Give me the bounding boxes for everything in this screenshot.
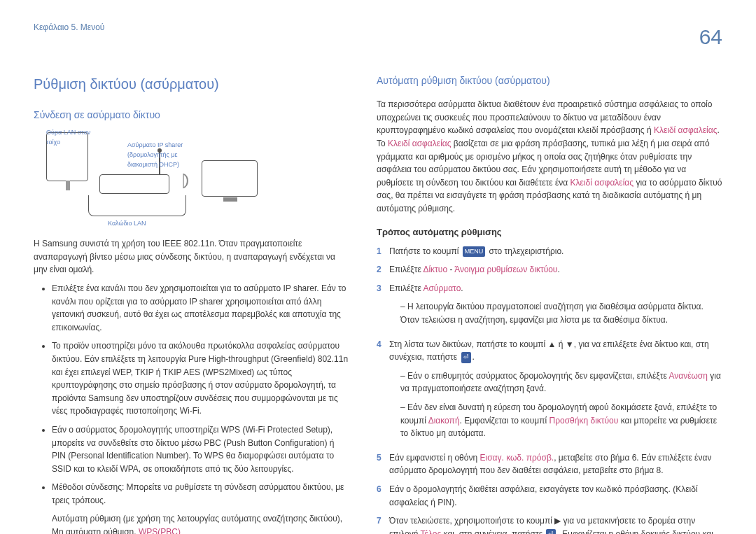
auto-setup-heading: Αυτόματη ρύθμιση δικτύου (ασύρματου)	[377, 73, 722, 89]
intro-paragraph: Η Samsung συνιστά τη χρήση του IEEE 802.…	[34, 237, 349, 276]
steps-list: 1 Πατήστε το κουμπί MENU στο τηλεχειριστ…	[377, 245, 722, 534]
step-1: 1 Πατήστε το κουμπί MENU στο τηλεχειριστ…	[377, 245, 722, 258]
page-number: 64	[699, 21, 722, 54]
note-methods: Μέθοδοι σύνδεσης: Μπορείτε να ρυθμίσετε …	[52, 481, 349, 534]
wps-pbc-label: WPS(PBC)	[139, 527, 181, 534]
auto-setup-method-heading: Τρόπος αυτόματης ρύθμισης	[377, 225, 722, 239]
diag-label-lanport: Θύρα LAN στον τοίχο	[46, 128, 95, 148]
step-3-sub: Η λειτουργία δικτύου πραγματοποιεί αναζή…	[400, 300, 722, 326]
notes-list: Επιλέξτε ένα κανάλι που δεν χρησιμοποιεί…	[34, 282, 349, 534]
step-3: 3 Επιλέξτε Ασύρματο. Η λειτουργία δικτύο…	[377, 282, 722, 332]
step-2: 2 Επιλέξτε Δίκτυο - Άνοιγμα ρυθμίσεων δι…	[377, 263, 722, 276]
enter-button-icon: ⏎	[461, 352, 471, 363]
right-column: Αυτόματη ρύθμιση δικτύου (ασύρματου) Τα …	[377, 73, 722, 535]
section-title: Ρύθμιση δικτύου (ασύρματου)	[34, 73, 349, 95]
enter-button-icon-2: ⏎	[546, 529, 556, 534]
router-icon	[99, 174, 169, 194]
note-channel: Επιλέξτε ένα κανάλι που δεν χρησιμοποιεί…	[52, 282, 349, 334]
content-columns: Ρύθμιση δικτύου (ασύρματου) Σύνδεση σε α…	[34, 73, 722, 535]
subsection-connect: Σύνδεση σε ασύρματο δίκτυο	[34, 108, 349, 123]
chapter-label: Κεφάλαιο 5. Μενού	[34, 21, 104, 34]
lan-cable-line	[88, 195, 186, 216]
connection-diagram: ⦈ Θύρα LAN στον τοίχο Ασύρματο IP sharer…	[34, 132, 349, 237]
step-7: 7 Όταν τελειώσετε, χρησιμοποιήστε το κου…	[377, 514, 722, 534]
page-header: Κεφάλαιο 5. Μενού 64	[34, 21, 722, 54]
step-6: 6 Εάν ο δρομολογητής διαθέτει ασφάλεια, …	[377, 483, 722, 509]
step-4-sub2: Εάν δεν είναι δυνατή η εύρεση του δρομολ…	[400, 401, 722, 440]
security-key-paragraph: Τα περισσότερα ασύρματα δίκτυα διαθέτουν…	[377, 98, 722, 215]
step-5: 5 Εάν εμφανιστεί η οθόνη Εισαγ. κωδ. πρό…	[377, 451, 722, 477]
note-protocols: Το προϊόν υποστηρίζει μόνο τα ακόλουθα π…	[52, 339, 349, 418]
note-wps: Εάν ο ασύρματος δρομολογητής υποστηρίζει…	[52, 423, 349, 475]
wireless-waves-icon: ⦈	[181, 167, 190, 193]
diag-label-cable: Καλώδιο LAN	[108, 219, 146, 229]
diag-label-sharer: Ασύρματο IP sharer (δρομολογητής με διακ…	[127, 141, 208, 170]
step-4: 4 Στη λίστα των δικτύων, πατήστε το κουμ…	[377, 338, 722, 446]
menu-button-icon: MENU	[463, 246, 486, 258]
step-4-sub1: Εάν ο επιθυμητός ασύρματος δρομολογητής …	[400, 370, 722, 395]
left-column: Ρύθμιση δικτύου (ασύρματου) Σύνδεση σε α…	[34, 73, 349, 535]
display-icon	[202, 160, 258, 197]
